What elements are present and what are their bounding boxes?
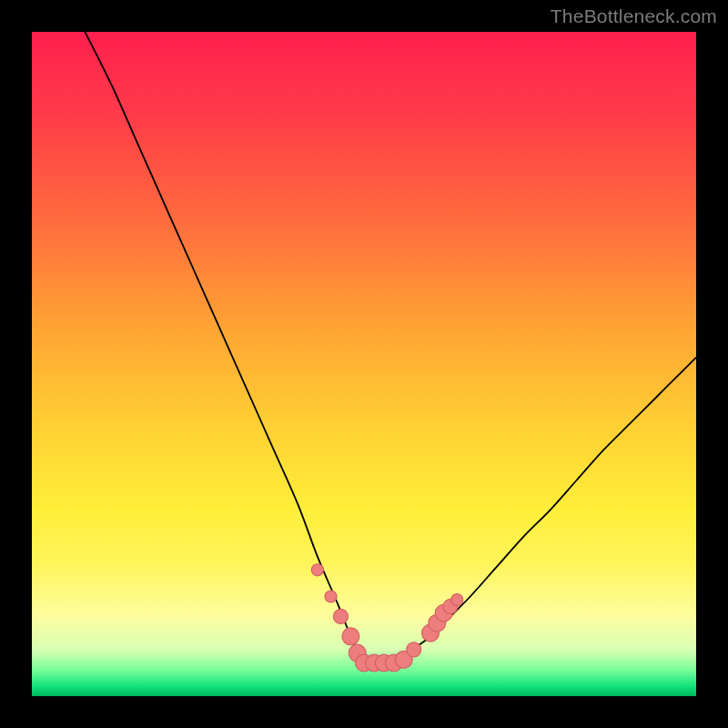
marker-dot: [333, 609, 348, 623]
marker-dot: [407, 642, 421, 657]
valley-markers: [311, 564, 462, 672]
chart-frame: TheBottleneck.com: [0, 0, 728, 728]
bottleneck-curve: [85, 32, 696, 663]
marker-dot: [311, 564, 323, 576]
chart-svg-layer: [32, 32, 696, 696]
watermark-label: TheBottleneck.com: [551, 5, 717, 27]
marker-dot: [451, 594, 463, 606]
marker-dot: [342, 628, 359, 645]
marker-dot: [325, 591, 337, 602]
